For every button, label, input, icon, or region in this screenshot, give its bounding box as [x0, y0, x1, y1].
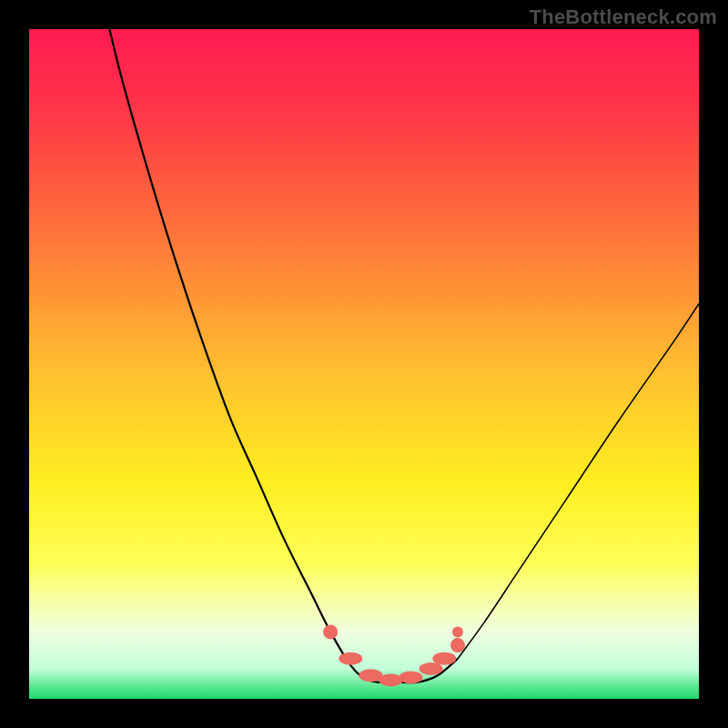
valley-marker — [323, 624, 338, 639]
watermark-text: TheBottleneck.com — [530, 5, 717, 29]
valley-marker — [452, 626, 463, 637]
outer-frame: TheBottleneck.com — [0, 0, 728, 728]
valley-marker — [379, 673, 402, 686]
valley-marker — [432, 652, 456, 665]
gradient-background — [29, 29, 699, 699]
plot-area — [29, 29, 699, 699]
valley-marker — [399, 671, 423, 683]
valley-marker — [339, 652, 362, 665]
plot-svg — [29, 29, 699, 699]
valley-marker — [450, 638, 465, 652]
